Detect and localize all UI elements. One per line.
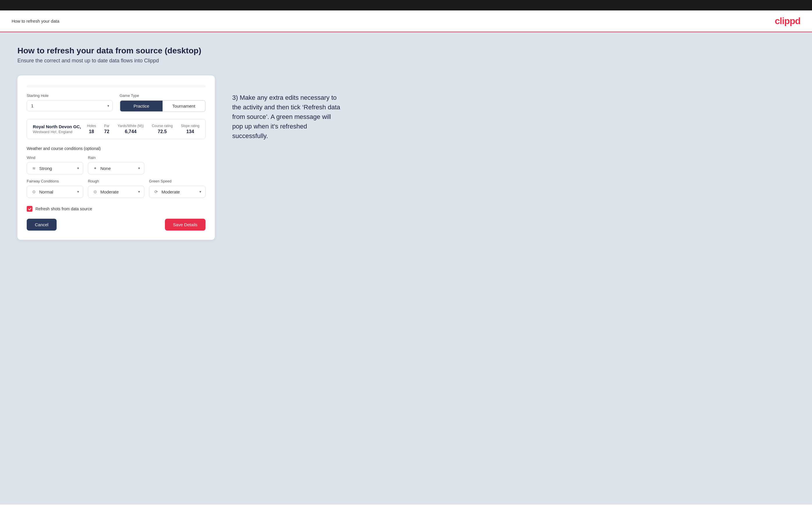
rough-arrow: ▾ [138,190,140,194]
main-content: How to refresh your data from source (de… [0,32,812,504]
green-speed-icon: ⟳ [153,189,159,194]
course-info-left: Royal North Devon GC, Westward Ho!, Engl… [33,124,81,134]
game-type-label: Game Type [119,94,206,98]
holes-label: Holes [87,124,96,128]
rough-label: Rough [88,179,145,183]
wind-label: Wind [27,156,83,160]
fairway-rough-green-row: Fairway Conditions ⊙ Normal ▾ Rough ⊙ Mo… [27,179,206,198]
green-speed-label: Green Speed [149,179,206,183]
rain-icon: ✦ [92,165,98,171]
slope-rating-label: Slope rating [181,124,199,128]
top-form-row: Starting Hole 1 ▾ Game Type Practice Tou… [27,94,206,112]
rain-arrow: ▾ [138,166,140,170]
partial-card-hint [27,85,206,88]
course-stats: Holes 18 Par 72 Yards/White (M)) 6,744 C… [87,124,199,134]
par-value: 72 [104,129,109,134]
wind-select[interactable]: ≋ Strong ▾ [27,162,83,174]
green-speed-group: Green Speed ⟳ Moderate ▾ [149,179,206,198]
fairway-label: Fairway Conditions [27,179,83,183]
tournament-button[interactable]: Tournament [163,101,205,111]
stat-course-rating: Course rating 72.5 [152,124,173,134]
starting-hole-select[interactable]: 1 [27,100,113,111]
course-rating-value: 72.5 [152,129,173,134]
logo: clippd [775,16,800,26]
slope-rating-value: 134 [181,129,199,134]
page-heading: How to refresh your data from source (de… [17,46,795,55]
fairway-select[interactable]: ⊙ Normal ▾ [27,186,83,198]
conditions-section-label: Weather and course conditions (optional) [27,146,206,151]
rough-group: Rough ⊙ Moderate ▾ [88,179,145,198]
form-card: Starting Hole 1 ▾ Game Type Practice Tou… [17,75,215,240]
content-area: Starting Hole 1 ▾ Game Type Practice Tou… [17,75,795,240]
wind-arrow: ▾ [77,166,79,170]
refresh-label: Refresh shots from data source [36,207,92,211]
stat-slope-rating: Slope rating 134 [181,124,199,134]
rain-group: Rain ✦ None ▾ [88,156,145,174]
rain-value: None [100,166,136,171]
fairway-icon: ⊙ [31,189,37,194]
stat-holes: Holes 18 [87,124,96,134]
rain-label: Rain [88,156,145,160]
course-rating-label: Course rating [152,124,173,128]
page-subheading: Ensure the correct and most up to date d… [17,58,795,64]
side-instruction: 3) Make any extra edits necessary to the… [232,75,343,141]
starting-hole-label: Starting Hole [27,94,113,98]
practice-button[interactable]: Practice [120,101,163,111]
green-speed-arrow: ▾ [199,190,201,194]
save-button[interactable]: Save Details [165,219,206,231]
starting-hole-group: Starting Hole 1 ▾ [27,94,113,112]
par-label: Par [104,124,109,128]
rough-icon: ⊙ [92,189,98,194]
form-actions: Cancel Save Details [27,219,206,231]
game-type-toggle: Practice Tournament [119,100,206,112]
checkbox-row: Refresh shots from data source [27,206,206,212]
rain-select[interactable]: ✦ None ▾ [88,162,145,174]
starting-hole-select-wrapper[interactable]: 1 ▾ [27,100,113,111]
wind-icon: ≋ [31,165,37,171]
footer: Copyright Clippd 2022 [0,504,812,507]
header-title: How to refresh your data [12,18,59,23]
stat-par: Par 72 [104,124,109,134]
rough-select[interactable]: ⊙ Moderate ▾ [88,186,145,198]
holes-value: 18 [87,129,96,134]
wind-rain-row: Wind ≋ Strong ▾ Rain ✦ None ▾ [27,156,206,174]
fairway-arrow: ▾ [77,190,79,194]
game-type-group: Game Type Practice Tournament [119,94,206,112]
fairway-value: Normal [39,189,75,194]
stat-yards: Yards/White (M)) 6,744 [117,124,144,134]
green-speed-value: Moderate [161,189,197,194]
cancel-button[interactable]: Cancel [27,219,57,231]
course-info-box: Royal North Devon GC, Westward Ho!, Engl… [27,119,206,139]
top-bar [0,0,812,10]
wind-value: Strong [39,166,75,171]
yards-label: Yards/White (M)) [117,124,144,128]
refresh-checkbox[interactable] [27,206,33,212]
yards-value: 6,744 [117,129,144,134]
course-name: Royal North Devon GC, [33,124,81,129]
header: How to refresh your data clippd [0,10,812,32]
wind-group: Wind ≋ Strong ▾ [27,156,83,174]
instruction-text: 3) Make any extra edits necessary to the… [232,93,343,141]
green-speed-select[interactable]: ⟳ Moderate ▾ [149,186,206,198]
rough-value: Moderate [100,189,136,194]
course-location: Westward Ho!, England [33,130,81,134]
fairway-group: Fairway Conditions ⊙ Normal ▾ [27,179,83,198]
rain-spacer [149,156,206,174]
